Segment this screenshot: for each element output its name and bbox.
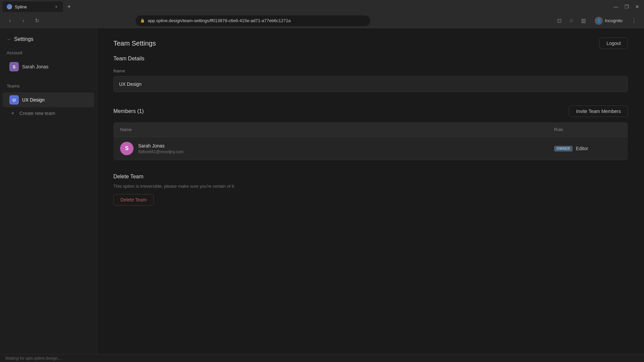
members-header: Members (1) Invite Team Members	[113, 106, 628, 117]
member-role-area: OWNER Editor	[554, 146, 621, 152]
team-details-title: Team Details	[113, 56, 628, 62]
sidebar-item-ux-design[interactable]: U UX Design	[3, 93, 94, 107]
address-actions: ⊡ ☆ ▥ 👤 Incognito ⋮	[554, 15, 639, 26]
status-bar: Waiting for apis.spline.design...	[0, 354, 644, 362]
logout-button[interactable]: Logout	[599, 38, 628, 49]
browser-chrome: Spline × + — ❐ ✕ ‹ › ↻ 🔒 app.spline.desi…	[0, 0, 644, 28]
url-text: app.spline.design/team-settings/ff013878…	[148, 18, 290, 23]
forward-button[interactable]: ›	[19, 16, 28, 25]
members-table: Name Role S Sarah Jonas 5b6ce941@moodjoy…	[113, 122, 628, 160]
col-role-header: Role	[554, 127, 621, 132]
delete-team-description: This option is irreversible, please make…	[113, 184, 628, 189]
account-user-name: Sarah Jonas	[22, 64, 49, 69]
lock-icon: 🔒	[140, 18, 145, 23]
more-options-icon[interactable]: ⋮	[629, 16, 639, 25]
user-avatar: S	[9, 62, 19, 71]
member-avatar: S	[120, 142, 133, 155]
bookmark-icon[interactable]: ☆	[567, 16, 576, 25]
active-tab[interactable]: Spline ×	[3, 1, 63, 12]
delete-team-section: Delete Team This option is irreversible,…	[113, 174, 628, 205]
main-body: Team Details Name Members (1) Invite Tea…	[97, 56, 644, 222]
col-name-header: Name	[120, 127, 554, 132]
status-text: Waiting for apis.spline.design...	[5, 356, 61, 361]
tab-close-button[interactable]: ×	[54, 4, 59, 9]
account-section-label: Account	[0, 50, 97, 59]
app-layout: ← Settings Account S Sarah Jonas Teams U…	[0, 28, 644, 362]
incognito-avatar: 👤	[595, 17, 603, 25]
tab-title: Spline	[15, 4, 51, 9]
sidebar-header: ← Settings	[0, 36, 97, 50]
plus-icon: +	[9, 110, 16, 117]
members-title: Members (1)	[113, 108, 144, 114]
main-content: Team Settings Logout Team Details Name M…	[97, 28, 644, 362]
member-name: Sarah Jonas	[138, 143, 183, 148]
team-name-input[interactable]	[113, 76, 628, 92]
incognito-label: Incognito	[605, 18, 623, 23]
role-text: Editor	[576, 146, 588, 151]
member-info: S Sarah Jonas 5b6ce941@moodjoy.com	[120, 142, 554, 155]
new-tab-button[interactable]: +	[64, 2, 74, 11]
delete-team-title: Delete Team	[113, 174, 628, 180]
maximize-button[interactable]: ❐	[623, 3, 631, 11]
address-bar: ‹ › ↻ 🔒 app.spline.design/team-settings/…	[0, 13, 644, 28]
table-row: S Sarah Jonas 5b6ce941@moodjoy.com OWNER…	[113, 137, 628, 160]
tab-bar: Spline × + — ❐ ✕	[0, 0, 644, 13]
window-controls: — ❐ ✕	[612, 3, 641, 11]
members-section: Members (1) Invite Team Members Name Rol…	[113, 106, 628, 160]
minimize-button[interactable]: —	[612, 3, 620, 11]
cast-icon[interactable]: ⊡	[554, 16, 564, 25]
name-label: Name	[113, 68, 628, 73]
invite-team-members-button[interactable]: Invite Team Members	[569, 106, 628, 117]
delete-team-button[interactable]: Delete Team	[113, 194, 154, 205]
sidebar-item-account[interactable]: S Sarah Jonas	[3, 59, 94, 74]
tab-favicon	[7, 4, 12, 9]
team-avatar: U	[9, 95, 19, 105]
create-new-label: Create new team	[19, 111, 55, 116]
sidebar: ← Settings Account S Sarah Jonas Teams U…	[0, 28, 97, 362]
url-bar[interactable]: 🔒 app.spline.design/team-settings/ff0138…	[136, 15, 370, 26]
close-button[interactable]: ✕	[633, 3, 641, 11]
create-new-team-item[interactable]: + Create new team	[3, 107, 94, 119]
sidebar-toggle-icon[interactable]: ▥	[579, 16, 588, 25]
back-button[interactable]: ‹	[5, 16, 15, 25]
refresh-button[interactable]: ↻	[32, 16, 42, 25]
team-details-section: Team Details Name	[113, 56, 628, 92]
settings-title: Settings	[14, 36, 34, 42]
member-details: Sarah Jonas 5b6ce941@moodjoy.com	[138, 143, 183, 154]
incognito-button[interactable]: 👤 Incognito	[591, 15, 627, 26]
page-title: Team Settings	[113, 40, 156, 47]
back-arrow-icon[interactable]: ←	[7, 37, 11, 42]
table-header: Name Role	[113, 122, 628, 137]
main-header: Team Settings Logout	[97, 28, 644, 56]
owner-badge: OWNER	[554, 146, 573, 152]
member-email: 5b6ce941@moodjoy.com	[138, 149, 183, 154]
teams-section-label: Teams	[0, 83, 97, 93]
team-name: UX Design	[22, 97, 45, 103]
